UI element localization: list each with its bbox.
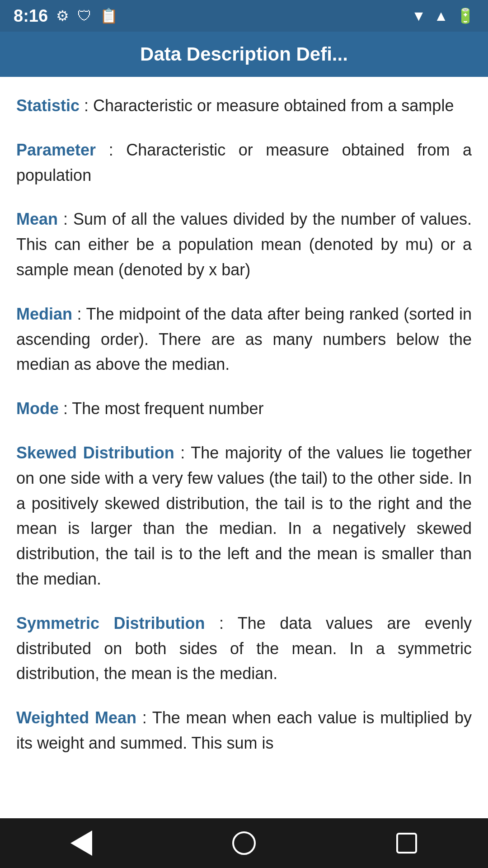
definition-weighted-mean: Weighted Mean : The mean when each value… [16, 705, 472, 756]
wifi-icon: ▼ [412, 8, 426, 24]
definition-symmetric: Symmetric Distribution : The data values… [16, 611, 472, 686]
definition-median: Median : The midpoint of the data after … [16, 302, 472, 377]
back-icon [70, 830, 92, 856]
def-skewed: : The majority of the values lie togethe… [16, 443, 472, 588]
app-title: Data Description Defi... [140, 43, 348, 65]
status-bar: 8:16 ⚙ 🛡 📋 ▼ ▲ 🔋 [0, 0, 488, 32]
status-time: 8:16 [14, 6, 48, 26]
term-statistic: Statistic [16, 96, 80, 115]
term-symmetric: Symmetric Distribution [16, 614, 205, 632]
def-mode: : The most frequent number [59, 399, 264, 418]
back-button[interactable] [59, 821, 104, 866]
definition-parameter: Parameter : Characteristic or measure ob… [16, 137, 472, 188]
home-button[interactable] [221, 821, 267, 866]
term-median: Median [16, 305, 72, 323]
battery-icon: 🔋 [456, 7, 474, 24]
status-left: 8:16 ⚙ 🛡 📋 [14, 6, 118, 26]
def-statistic: : Characteristic or measure obtained fro… [80, 96, 454, 115]
recents-icon [396, 833, 417, 854]
term-weighted-mean: Weighted Mean [16, 708, 136, 727]
term-mean: Mean [16, 210, 58, 228]
term-skewed: Skewed Distribution [16, 443, 174, 462]
term-mode: Mode [16, 399, 59, 418]
status-right: ▼ ▲ 🔋 [412, 7, 474, 24]
def-mean: : Sum of all the values divided by the n… [16, 210, 472, 279]
term-parameter: Parameter [16, 141, 96, 159]
definition-skewed: Skewed Distribution : The majority of th… [16, 440, 472, 592]
shield-icon: 🛡 [77, 8, 92, 24]
definition-mode: Mode : The most frequent number [16, 396, 472, 421]
clipboard-icon: 📋 [100, 7, 118, 24]
definition-mean: Mean : Sum of all the values divided by … [16, 207, 472, 282]
content-area: Statistic : Characteristic or measure ob… [0, 77, 488, 818]
recents-button[interactable] [384, 821, 429, 866]
definition-statistic: Statistic : Characteristic or measure ob… [16, 93, 472, 118]
nav-bar [0, 818, 488, 868]
signal-icon: ▲ [434, 8, 448, 24]
home-icon [232, 831, 256, 855]
settings-icon: ⚙ [56, 7, 69, 24]
def-median: : The midpoint of the data after being r… [16, 305, 472, 374]
app-header: Data Description Defi... [0, 32, 488, 77]
